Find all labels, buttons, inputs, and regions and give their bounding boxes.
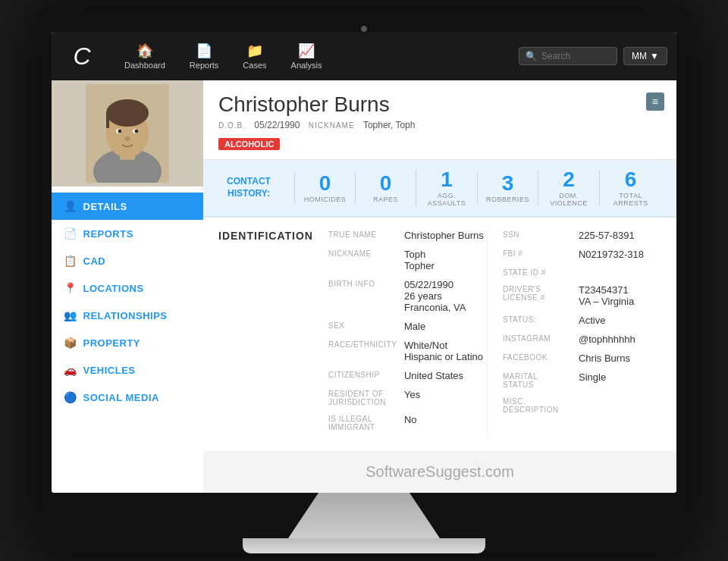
detail-birth-info: BIRTH INFO 05/22/1990 26 years Franconia… — [328, 279, 487, 313]
person-image — [86, 84, 169, 183]
resident-val: Yes — [404, 389, 487, 400]
svg-point-4 — [106, 99, 149, 127]
sidebar-label-details: Details — [83, 201, 127, 212]
detail-ssn: SSN 225-57-8391 — [503, 230, 661, 241]
robberies-label: ROBBERIES — [486, 196, 529, 203]
sidebar-item-reports[interactable]: 📄 Reports — [52, 220, 203, 247]
profile-photo — [52, 80, 203, 186]
nav-item-reports[interactable]: 📄 Reports — [177, 36, 231, 76]
true-name-val: Christopher Burns — [404, 230, 487, 241]
search-icon: 🔍 — [526, 51, 537, 61]
vehicles-icon: 🚗 — [64, 364, 77, 376]
true-name-key: TRUE NAME — [328, 230, 404, 239]
agg-assaults-count: 1 — [441, 169, 453, 190]
rapes-label: RAPES — [373, 196, 398, 203]
nickname-label: NICKNAME — [309, 121, 355, 130]
facebook-key: FACEBOOK — [503, 353, 579, 362]
total-arrests-label: TOTAL ARRESTS — [613, 192, 648, 207]
sidebar-item-cad[interactable]: 📋 CAD — [52, 247, 203, 274]
svg-point-9 — [135, 130, 139, 133]
sidebar-nav: 👤 Details 📄 Reports 📋 CAD 📍 Locations — [52, 186, 203, 417]
detail-illegal: IS ILLEGAL IMMIGRANT No — [328, 414, 487, 431]
cases-icon: 📁 — [246, 42, 263, 59]
citizenship-key: CITIZENSHIP — [328, 370, 404, 379]
fbi-key: FBI # — [503, 249, 579, 258]
drivers-license-val: T23454371 VA – Virginia — [579, 284, 661, 307]
nav-item-dashboard[interactable]: 🏠 Dashboard — [112, 36, 177, 76]
detail-misc: MISC. DESCRIPTION — [503, 396, 661, 414]
sidebar-item-social-media[interactable]: 🔵 Social Media — [52, 384, 203, 411]
dom-violence-label: DOM. VIOLENCE — [550, 192, 588, 207]
sidebar-item-vehicles[interactable]: 🚗 Vehicles — [52, 356, 203, 384]
detail-fbi: FBI # N0219732-318 — [503, 249, 661, 260]
profile-meta: D.O.B. 05/22/1990 NICKNAME Topher, Toph — [218, 120, 661, 130]
detail-race: RACE/ETHNICITY White/Not Hispanic or Lat… — [328, 340, 487, 362]
sidebar-item-relationships[interactable]: 👥 Relationships — [52, 302, 203, 329]
birth-info-val: 05/22/1990 26 years Franconia, VA — [404, 279, 487, 313]
profile-header: Christopher Burns D.O.B. 05/22/1990 NICK… — [203, 80, 676, 160]
detail-instagram: INSTAGRAM @tophhhhhh — [503, 334, 661, 345]
nav-item-analysis[interactable]: 📈 Analysis — [279, 36, 334, 76]
svg-point-10 — [124, 136, 130, 141]
ssn-val: 225-57-8391 — [579, 230, 661, 241]
dom-violence-count: 2 — [563, 169, 575, 190]
illegal-val: No — [404, 414, 487, 425]
state-id-key: STATE ID # — [503, 268, 579, 277]
ch-stat-robberies: 3 ROBBERIES — [477, 173, 538, 203]
ch-stat-total-arrests: 6 TOTAL ARRESTS — [599, 169, 661, 207]
sidebar-item-property[interactable]: 📦 Property — [52, 329, 203, 356]
detail-resident: RESIDENT OF JURISDICTION Yes — [328, 389, 487, 406]
sidebar-label-relationships: Relationships — [83, 310, 168, 321]
identification-layout: IDENTIFICATION TRUE NAME Christopher Bur… — [218, 230, 661, 439]
user-badge[interactable]: MM ▼ — [623, 47, 667, 65]
homicides-label: HOMICIDES — [304, 196, 347, 203]
detail-sex: SEX Male — [328, 321, 487, 332]
drivers-license-key: DRIVER'S LICENSE # — [503, 284, 579, 302]
contact-history: CONTACTHISTORY: 0 HOMICIDES 0 RAPES 1 AG… — [203, 160, 676, 217]
profile-photo-inner — [86, 84, 169, 183]
robberies-count: 3 — [502, 173, 514, 194]
monitor-dot — [361, 26, 367, 32]
nav-label-reports: Reports — [190, 61, 219, 70]
status-val: Active — [579, 315, 661, 326]
sidebar-item-details[interactable]: 👤 Details — [52, 193, 203, 220]
nickname-value: Topher, Toph — [363, 120, 416, 130]
user-icon: 👤 — [64, 200, 77, 212]
reports-icon: 📄 — [196, 42, 212, 59]
sidebar-label-cad: CAD — [83, 255, 106, 267]
dob-value: 05/22/1990 — [254, 120, 300, 130]
detail-nickname: NICKNAME Toph Topher — [328, 249, 487, 271]
citizenship-val: United States — [404, 370, 487, 381]
sidebar-label-property: Property — [83, 337, 141, 349]
detail-status: Status: Active — [503, 315, 661, 326]
facebook-val: Chris Burns — [579, 353, 661, 364]
svg-point-8 — [118, 130, 122, 133]
profile-name: Christopher Burns — [218, 92, 661, 117]
section-title-col: IDENTIFICATION — [218, 230, 328, 439]
monitor-screen: C 🏠 Dashboard 📄 Reports 📁 Cases 📈 Analys… — [52, 32, 676, 493]
homicides-count: 0 — [319, 173, 331, 194]
misc-key: MISC. DESCRIPTION — [503, 396, 579, 414]
ch-stat-rapes: 0 RAPES — [355, 173, 416, 203]
nav-label-analysis: Analysis — [291, 61, 322, 70]
detail-citizenship: CITIZENSHIP United States — [328, 370, 487, 381]
monitor-stand — [288, 493, 440, 538]
profile-menu-button[interactable]: ≡ — [646, 92, 664, 111]
search-box[interactable]: 🔍 — [519, 47, 617, 65]
detail-true-name: TRUE NAME Christopher Burns — [328, 230, 487, 241]
section-title: IDENTIFICATION — [218, 230, 313, 242]
identification-section: IDENTIFICATION TRUE NAME Christopher Bur… — [203, 218, 676, 451]
sidebar-item-locations[interactable]: 📍 Locations — [52, 274, 203, 302]
main-area: 👤 Details 📄 Reports 📋 CAD 📍 Locations — [52, 80, 676, 493]
details-left: TRUE NAME Christopher Burns NICKNAME Top… — [328, 230, 487, 439]
nickname-key: NICKNAME — [328, 249, 404, 258]
ch-stat-dom-violence: 2 DOM. VIOLENCE — [538, 169, 599, 207]
detail-marital: MARITAL STATUS Single — [503, 371, 661, 389]
instagram-val: @tophhhhhh — [579, 334, 661, 345]
chevron-down-icon: ▼ — [650, 51, 659, 61]
sidebar-label-reports: Reports — [83, 228, 133, 240]
logo[interactable]: C — [61, 38, 103, 74]
nav-item-cases[interactable]: 📁 Cases — [231, 36, 278, 76]
sex-val: Male — [404, 321, 487, 332]
search-input[interactable] — [541, 51, 610, 61]
